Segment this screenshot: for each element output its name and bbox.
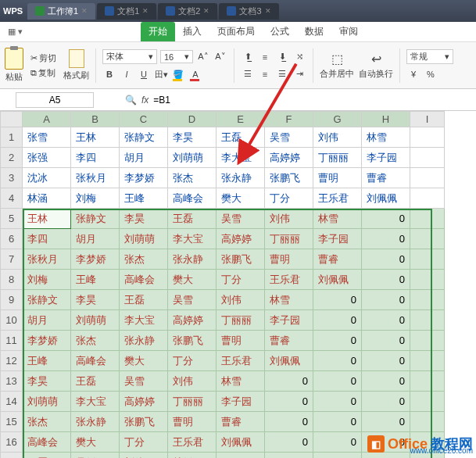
- column-header[interactable]: F: [265, 112, 313, 127]
- cell[interactable]: 曹明: [168, 412, 217, 432]
- cell[interactable]: 李四: [71, 148, 120, 168]
- font-color-button[interactable]: A: [188, 67, 202, 81]
- row-header[interactable]: 6: [1, 229, 23, 249]
- cell[interactable]: 吴雪: [265, 127, 313, 148]
- cell[interactable]: 张秋月: [23, 249, 71, 270]
- doc-tab[interactable]: 工作簿1✕: [27, 3, 95, 20]
- cell[interactable]: 林雪: [313, 209, 362, 229]
- cell[interactable]: 张杰: [120, 249, 168, 270]
- cell[interactable]: 曹睿: [313, 249, 362, 270]
- underline-button[interactable]: U: [137, 67, 151, 81]
- cell[interactable]: [410, 209, 445, 229]
- align-top-icon[interactable]: ⬆̲: [241, 50, 255, 64]
- cell[interactable]: 0: [265, 432, 313, 453]
- column-header[interactable]: A: [23, 112, 71, 127]
- cell[interactable]: 0: [313, 432, 362, 453]
- cell[interactable]: 丁丽丽: [265, 229, 313, 249]
- cell[interactable]: 王乐君: [313, 188, 362, 209]
- cell[interactable]: 刘萌萌: [71, 310, 120, 331]
- cell[interactable]: 张永静: [168, 249, 217, 270]
- format-painter-icon[interactable]: [69, 49, 84, 68]
- cell[interactable]: 0: [265, 392, 313, 412]
- ribbon-tab[interactable]: 审阅: [331, 22, 366, 41]
- cell[interactable]: 林雪: [217, 371, 265, 392]
- cell[interactable]: 林雪: [362, 127, 410, 148]
- column-header[interactable]: B: [71, 112, 120, 127]
- cell[interactable]: 李子园: [265, 310, 313, 331]
- cell[interactable]: 0: [265, 371, 313, 392]
- spreadsheet-grid[interactable]: ABCDEFGHI 1张雪王林张静文李昊王磊吴雪刘伟林雪2张强李四胡月刘萌萌李大…: [0, 111, 476, 458]
- cell[interactable]: 丁分: [120, 432, 168, 453]
- font-size-select[interactable]: 16▾: [160, 50, 193, 63]
- cell[interactable]: 曹明: [313, 168, 362, 188]
- cell[interactable]: [410, 331, 445, 351]
- cell[interactable]: 刘伟: [313, 127, 362, 148]
- cell[interactable]: 李四: [23, 229, 71, 249]
- cell[interactable]: 0: [362, 229, 410, 249]
- cell[interactable]: 李大宝: [168, 229, 217, 249]
- ribbon-tab[interactable]: 开始: [141, 22, 175, 41]
- cell[interactable]: [410, 168, 445, 188]
- cell[interactable]: 高峰会: [71, 351, 120, 371]
- cell[interactable]: 高峰会: [23, 432, 71, 453]
- row-header[interactable]: 10: [1, 310, 23, 331]
- cell[interactable]: 李大宝: [71, 392, 120, 412]
- cell[interactable]: 林雪: [265, 290, 313, 310]
- row-header[interactable]: 14: [1, 392, 23, 412]
- cell[interactable]: 张永静: [217, 168, 265, 188]
- cell[interactable]: 张静文: [71, 209, 120, 229]
- row-header[interactable]: 11: [1, 331, 23, 351]
- cell[interactable]: 王峰: [71, 270, 120, 290]
- cell[interactable]: 丁分: [265, 188, 313, 209]
- row-header[interactable]: 5: [1, 209, 23, 229]
- merge-icon[interactable]: ⬚: [331, 52, 343, 66]
- cell[interactable]: [410, 249, 445, 270]
- cell[interactable]: 刘萌萌: [168, 148, 217, 168]
- cell[interactable]: 王磊: [217, 127, 265, 148]
- cell[interactable]: 张鹏飞: [120, 412, 168, 432]
- cell[interactable]: 曹明: [217, 331, 265, 351]
- copy-button[interactable]: ⧉复制: [28, 66, 58, 80]
- ribbon-tab[interactable]: 公式: [263, 22, 297, 41]
- align-bottom-icon[interactable]: ⬇̲: [275, 50, 289, 64]
- cell[interactable]: 刘佩佩: [313, 270, 362, 290]
- cell[interactable]: 李大宝: [217, 148, 265, 168]
- cell[interactable]: 刘伟: [168, 371, 217, 392]
- cell[interactable]: 0: [362, 392, 410, 412]
- cell[interactable]: [410, 412, 445, 432]
- row-header[interactable]: 2: [1, 148, 23, 168]
- close-icon[interactable]: ✕: [265, 7, 271, 15]
- cell[interactable]: 李子园: [362, 148, 410, 168]
- cell[interactable]: 丁丽丽: [217, 310, 265, 331]
- cell[interactable]: 高婷婷: [168, 310, 217, 331]
- cell[interactable]: 张秋月: [71, 168, 120, 188]
- column-header[interactable]: I: [410, 112, 445, 127]
- cell[interactable]: 樊大: [120, 351, 168, 371]
- doc-tab[interactable]: 文档3✕: [219, 3, 278, 20]
- cell[interactable]: 0: [313, 392, 362, 412]
- cell[interactable]: 曹明: [265, 249, 313, 270]
- cell[interactable]: 李子园: [313, 229, 362, 249]
- cell[interactable]: 曹睿: [362, 168, 410, 188]
- cell[interactable]: 李大宝: [120, 310, 168, 331]
- cell[interactable]: 李昊: [120, 209, 168, 229]
- orientation-icon[interactable]: ⤭: [292, 50, 306, 64]
- close-icon[interactable]: ✕: [142, 7, 149, 15]
- cell[interactable]: 刘佩佩: [265, 351, 313, 371]
- cell[interactable]: 0: [362, 310, 410, 331]
- cell[interactable]: 李昊: [168, 127, 217, 148]
- row-header[interactable]: 15: [1, 412, 23, 432]
- cell[interactable]: [410, 148, 445, 168]
- cell[interactable]: 高婷婷: [217, 229, 265, 249]
- cell[interactable]: 张强: [23, 148, 71, 168]
- cut-button[interactable]: ✂剪切: [28, 52, 59, 65]
- cell[interactable]: 王乐君: [265, 270, 313, 290]
- column-header[interactable]: C: [120, 112, 168, 127]
- cell[interactable]: 0: [313, 331, 362, 351]
- cell[interactable]: 沈冰: [23, 168, 71, 188]
- formula-input[interactable]: [153, 95, 310, 106]
- cell[interactable]: 0: [313, 412, 362, 432]
- cell[interactable]: 樊大: [217, 188, 265, 209]
- cell[interactable]: 0: [362, 412, 410, 432]
- cell[interactable]: 王林: [23, 209, 71, 229]
